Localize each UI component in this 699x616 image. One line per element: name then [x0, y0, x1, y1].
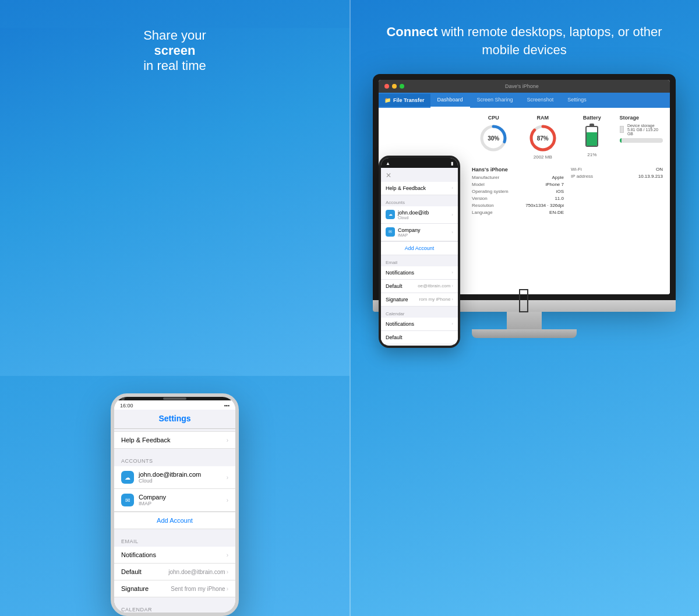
emb-account1-name: john.doe@itb — [398, 210, 429, 216]
notifications-label: Notifications — [121, 551, 156, 558]
ram-stat: RAM 87% 2002 MB — [521, 115, 565, 160]
emb-default-label: Default — [386, 283, 403, 289]
emb-cal-default-row[interactable]: Default — [381, 331, 458, 344]
emb-chevron: › — [451, 283, 453, 288]
emb-chevron: › — [451, 185, 453, 191]
file-transfer-icon: 📁 — [384, 97, 391, 103]
ram-value: 87% — [537, 135, 549, 141]
emb-account1-row[interactable]: ☁ john.doe@itb Cloud › — [381, 206, 458, 224]
manufacturer-row: Manufacturer Apple — [472, 175, 564, 180]
cpu-value: 30% — [488, 135, 499, 141]
device-col-left: Hans's iPhone Manufacturer Apple Model i… — [472, 167, 564, 217]
imac-base — [472, 329, 577, 338]
version-row: Version 11.0 — [472, 196, 564, 201]
app-name: File Transfer — [393, 97, 425, 103]
language-key: Language — [472, 210, 493, 215]
emb-close-icon[interactable]: ✕ — [386, 171, 391, 179]
tagline-pre: Share your — [143, 28, 206, 43]
tagline-bold: screen — [154, 43, 196, 58]
help-feedback-row[interactable]: Help & Feedback › — [114, 431, 235, 449]
device-name: Hans's iPhone — [472, 167, 564, 173]
emb-calendar-section: Calendar Notifications › Default — [381, 308, 458, 344]
ram-label: RAM — [537, 115, 549, 121]
storage-text: Device storage 5.81 GB / 119.20 GB — [627, 124, 663, 136]
chevron-icon: › — [227, 586, 228, 592]
emb-account2-row[interactable]: ✉ Company IMAP › — [381, 224, 458, 241]
email-section-header: Email — [114, 531, 235, 547]
right-panel: Connect with remote desktops, laptops, o… — [350, 0, 699, 616]
iphone-settings-screen: 16:00 ▪▪▪ Settings Help & Feedback › Acc… — [114, 400, 235, 616]
emb-sig-val: rom my iPhone — [419, 297, 451, 302]
iphone-status-icons: ▪▪▪ — [224, 403, 230, 409]
emb-chevron: › — [451, 270, 453, 275]
storage-fill — [620, 138, 622, 143]
emb-battery-icon: ▮ — [451, 161, 453, 166]
emb-email-header: Email — [381, 256, 458, 266]
embedded-settings: ✕ Help & Feedback › Accounts ☁ — [381, 168, 458, 344]
accounts-section-header: Accounts — [114, 451, 235, 466]
tab-screen-sharing[interactable]: Screen Sharing — [470, 93, 520, 108]
email-notifications-row[interactable]: Notifications › — [114, 547, 235, 564]
language-val: EN-DE — [549, 210, 564, 215]
chevron-icon: › — [227, 569, 228, 575]
app-nav-tabs: Dashboard Screen Sharing Screenshot Sett… — [430, 93, 670, 108]
titlebar-close-dot[interactable] — [384, 84, 389, 89]
emb-help-row[interactable]: Help & Feedback › — [381, 182, 458, 195]
iphone-mockup: 16:00 ▪▪▪ Settings Help & Feedback › Acc… — [111, 393, 239, 616]
apple-logo-icon:  — [518, 280, 531, 321]
embedded-iphone-topbar: ▲ ▮ — [381, 158, 458, 168]
emb-notif-label: Notifications — [386, 270, 414, 276]
wifi-key: Wi-Fi — [571, 167, 582, 172]
emb-sig-row[interactable]: Signature rom my iPhone › — [381, 293, 458, 307]
tab-settings[interactable]: Settings — [560, 93, 594, 108]
default-label: Default — [121, 568, 142, 575]
cpu-gauge: 30% — [479, 124, 508, 153]
emb-sig-label: Signature — [386, 297, 408, 302]
emb-chevron: › — [451, 321, 453, 326]
tab-dashboard[interactable]: Dashboard — [430, 93, 470, 108]
emb-default-row[interactable]: Default oe@itbrain.com › — [381, 280, 458, 293]
titlebar-maximize-dot[interactable] — [400, 84, 404, 89]
manufacturer-val: Apple — [552, 175, 564, 180]
default-row[interactable]: Default john.doe@itbrain.com › — [114, 564, 235, 580]
ram-gauge: 87% — [528, 124, 557, 153]
resolution-key: Resolution — [472, 203, 494, 208]
signature-value: Sent from my iPhone — [171, 586, 225, 592]
emb-cal-default-label: Default — [386, 335, 403, 340]
version-key: Version — [472, 196, 488, 201]
resolution-val: 750x1334 · 326dpi — [525, 203, 564, 208]
account1-icon: ☁ — [121, 471, 134, 484]
tagline-post: in real time — [143, 58, 206, 73]
cpu-stat: CPU 30% — [472, 115, 516, 160]
emb-wifi-icon: ▲ — [386, 161, 390, 166]
iphone-time: 16:00 — [120, 403, 133, 409]
emb-cal-notif-label: Notifications — [386, 321, 414, 327]
emb-calendar-header: Calendar — [381, 308, 458, 318]
account1-row[interactable]: ☁ john.doe@itbrain.com Cloud › — [114, 466, 235, 489]
model-row: Model iPhone 7 — [472, 182, 564, 187]
model-val: iPhone 7 — [545, 182, 564, 187]
settings-title: Settings — [158, 414, 190, 423]
emb-email-icon: ✉ — [386, 227, 395, 237]
ip-key: IP address — [571, 174, 593, 179]
wifi-col: Wi-Fi ON IP address 10.13.9.213 — [571, 167, 663, 217]
emb-add-account[interactable]: Add Account — [381, 241, 458, 255]
account2-row[interactable]: ✉ Company IMAP › — [114, 489, 235, 512]
battery-label: Battery — [583, 115, 601, 121]
emb-email-notif-row[interactable]: Notifications › — [381, 266, 458, 280]
help-feedback-label: Help & Feedback — [121, 437, 170, 443]
titlebar-minimize-dot[interactable] — [392, 84, 397, 89]
emb-help-section: Help & Feedback › — [381, 182, 458, 195]
emb-cal-notif-row[interactable]: Notifications › — [381, 318, 458, 331]
embedded-iphone: ▲ ▮ ✕ Help & Feedback › Acc — [379, 156, 460, 348]
left-panel: Share your screen in real time 16:00 ▪▪▪… — [0, 0, 350, 616]
cpu-label: CPU — [488, 115, 499, 121]
add-account-button[interactable]: Add Account — [114, 512, 235, 529]
emb-help-label: Help & Feedback — [386, 185, 426, 191]
signature-row[interactable]: Signature Sent from my iPhone › — [114, 580, 235, 597]
titlebar-device-name: Dave's iPhone — [505, 83, 539, 89]
account1-name: john.doe@itbrain.com — [139, 471, 201, 478]
app-logo: 📁 File Transfer — [379, 94, 430, 107]
emb-email-section: Email Notifications › Default oe@itbrain… — [381, 256, 458, 307]
tab-screenshot[interactable]: Screenshot — [520, 93, 561, 108]
